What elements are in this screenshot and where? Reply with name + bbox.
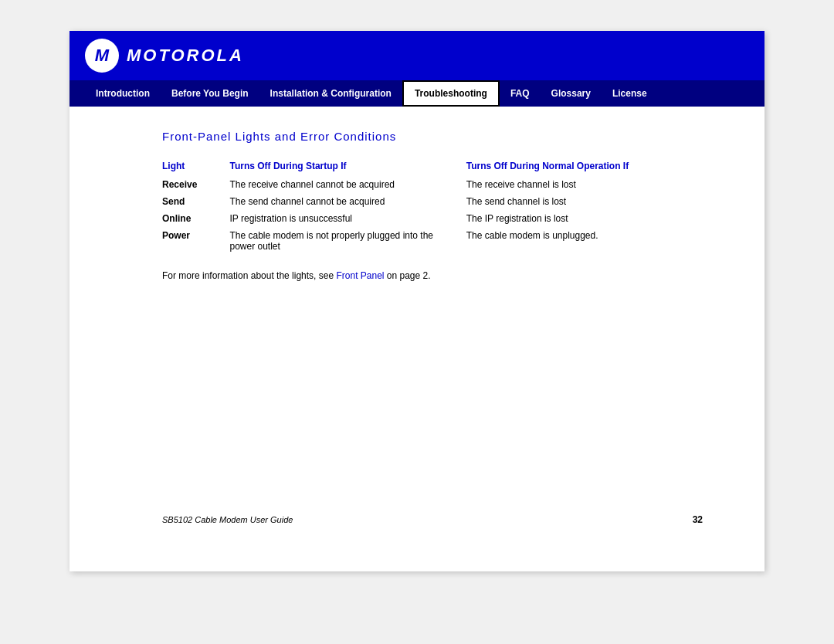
- cell-normal-3: The cable modem is unplugged.: [466, 227, 703, 255]
- nav-item-introduction[interactable]: Introduction: [85, 80, 161, 107]
- nav-item-license[interactable]: License: [602, 80, 658, 107]
- front-panel-link[interactable]: Front Panel: [336, 270, 384, 281]
- table-row: PowerThe cable modem is not properly plu…: [162, 227, 703, 255]
- cell-normal-0: The receive channel is lost: [466, 176, 703, 193]
- content-area: Front-Panel Lights and Error Conditions …: [70, 107, 764, 304]
- nav-item-faq[interactable]: FAQ: [500, 80, 541, 107]
- table-row: SendThe send channel cannot be acquiredT…: [162, 193, 703, 210]
- nav-item-installation[interactable]: Installation & Configuration: [259, 80, 402, 107]
- footer-doc-title: SB5102 Cable Modem User Guide: [162, 515, 293, 524]
- col-header-startup: Turns Off During Startup If: [230, 158, 466, 176]
- logo-icon: M: [85, 39, 119, 73]
- cell-startup-2: IP registration is unsuccessful: [230, 210, 466, 227]
- page-footer: SB5102 Cable Modem User Guide 32: [70, 514, 764, 525]
- cell-normal-1: The send channel is lost: [466, 193, 703, 210]
- cell-startup-1: The send channel cannot be acquired: [230, 193, 466, 210]
- nav-item-troubleshooting[interactable]: Troubleshooting: [402, 80, 500, 107]
- cell-startup-3: The cable modem is not properly plugged …: [230, 227, 466, 255]
- error-table: Light Turns Off During Startup If Turns …: [162, 158, 703, 255]
- nav-bar: Introduction Before You Begin Installati…: [70, 80, 764, 107]
- footer-note: For more information about the lights, s…: [162, 270, 703, 281]
- cell-light-2: Online: [162, 210, 230, 227]
- header-logo-bar: M MOTOROLA: [70, 31, 764, 80]
- outer-wrapper: M MOTOROLA Introduction Before You Begin…: [0, 0, 834, 644]
- motorola-logo: M MOTOROLA: [85, 39, 244, 73]
- col-header-normal: Turns Off During Normal Operation If: [466, 158, 703, 176]
- nav-item-before-you-begin[interactable]: Before You Begin: [161, 80, 259, 107]
- cell-light-0: Receive: [162, 176, 230, 193]
- logo-m-letter: M: [95, 46, 109, 66]
- col-header-light: Light: [162, 158, 230, 176]
- cell-normal-2: The IP registration is lost: [466, 210, 703, 227]
- nav-item-glossary[interactable]: Glossary: [541, 80, 602, 107]
- cell-light-1: Send: [162, 193, 230, 210]
- cell-light-3: Power: [162, 227, 230, 255]
- page-wrapper: M MOTOROLA Introduction Before You Begin…: [70, 31, 764, 571]
- footer-note-suffix: on page 2.: [385, 270, 431, 281]
- footer-page-number: 32: [693, 514, 703, 525]
- logo-text: MOTOROLA: [127, 46, 244, 66]
- table-row: ReceiveThe receive channel cannot be acq…: [162, 176, 703, 193]
- table-row: OnlineIP registration is unsuccessfulThe…: [162, 210, 703, 227]
- footer-note-prefix: For more information about the lights, s…: [162, 270, 336, 281]
- page-title: Front-Panel Lights and Error Conditions: [162, 130, 703, 143]
- cell-startup-0: The receive channel cannot be acquired: [230, 176, 466, 193]
